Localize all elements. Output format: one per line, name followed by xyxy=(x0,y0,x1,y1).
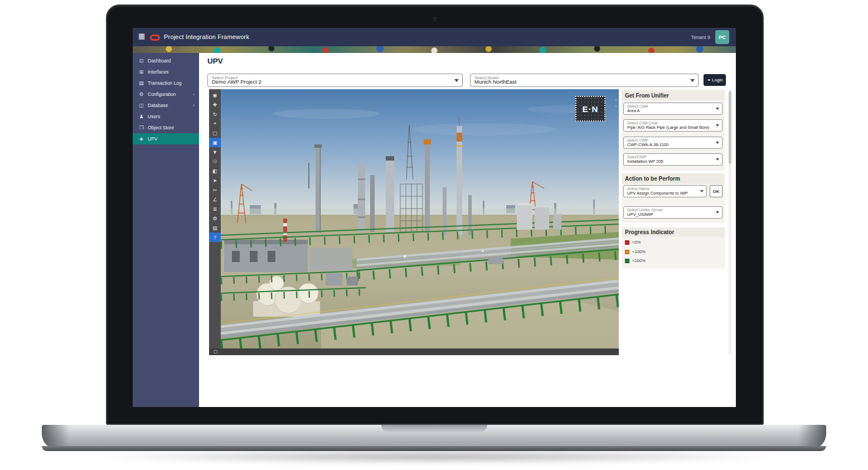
laptop-screen-bezel: ▦ Project Integration Framework Tenant 9… xyxy=(106,4,764,425)
progress-section-title: Progress Indicator xyxy=(622,227,725,237)
select-model-value: Munich NorthEast xyxy=(474,79,517,85)
database-icon: ◫ xyxy=(138,103,144,108)
sidebar-item-label: Interfaces xyxy=(148,69,168,75)
login-button[interactable]: ⇥ Login xyxy=(704,74,726,86)
progress-legend-label: =0% xyxy=(632,240,641,245)
unifier-server-value: UPV_USAWP xyxy=(627,212,653,217)
webcam-dot xyxy=(433,17,437,21)
viewer-canvas[interactable]: E·N ▪ ▪ xyxy=(221,89,619,348)
sidebar-item-label: Dashboard xyxy=(148,58,171,64)
progress-legend-label: =100% xyxy=(632,258,646,263)
sidebar-item-label: UPV xyxy=(148,136,157,142)
transaction-log-icon: ▤ xyxy=(138,80,144,86)
chevron-down-icon xyxy=(716,158,719,161)
chevron-down-icon xyxy=(690,79,695,82)
progress-legend-item: =0% xyxy=(625,240,641,245)
select-model[interactable]: Select Model Munich NorthEast xyxy=(470,74,699,87)
chevron-down-icon xyxy=(716,124,719,127)
scrollbar[interactable] xyxy=(729,89,731,355)
select-cwp-label: Select CWP xyxy=(627,138,648,142)
select-cwp-value: CWP-CWA-A-36-1100 xyxy=(627,142,668,147)
app-header: ▦ Project Integration Framework Tenant 9… xyxy=(133,28,736,46)
help-icon[interactable]: ? xyxy=(209,232,221,242)
login-icon: ⇥ xyxy=(706,78,710,83)
viewer-overlay-icon[interactable]: ▪ xyxy=(615,98,617,101)
pan-icon[interactable]: ✚ xyxy=(209,100,221,109)
en-logo: E·N xyxy=(575,96,605,122)
dashboard-icon: ⊡ xyxy=(138,58,144,64)
sidebar-item-object-store[interactable]: ❒ Object Store xyxy=(133,122,199,133)
sidebar: ⊡ Dashboard ⊞ Interfaces ▤ Transaction L… xyxy=(133,53,199,407)
sidebar-item-dashboard[interactable]: ⊡ Dashboard xyxy=(133,55,199,66)
select-cwa[interactable]: Select CWA Area A xyxy=(623,103,722,115)
object-store-icon: ❒ xyxy=(138,125,144,130)
model-viewer: ◉ ✚ ↻ ⌖ ▢ ▣ ▼ ☉ ◧ ➤ ✂ ∠ ≣ ⚙ ▤ xyxy=(209,89,619,355)
progress-legend-item: =100% xyxy=(625,258,646,263)
viewer-overlay-icons[interactable]: ▪ ▪ xyxy=(615,98,617,108)
visibility-icon[interactable]: ☉ xyxy=(209,157,221,166)
select-craft-code-value: Pipe: A/G Rack Pipe (Large and Small Bor… xyxy=(627,125,710,130)
upv-icon: ◈ xyxy=(138,136,144,142)
laptop-base-notch xyxy=(381,425,487,433)
progress-legend-label: <100% xyxy=(632,249,646,254)
orbit-icon[interactable]: ↻ xyxy=(209,109,221,119)
zoom-icon[interactable]: ⌖ xyxy=(209,119,221,128)
viewer-overlay-icon[interactable]: ▪ xyxy=(615,104,617,108)
action-name-value: UPV Assign Components to IWP xyxy=(627,191,688,196)
viewer-toolbar: ◉ ✚ ↻ ⌖ ▢ ▣ ▼ ☉ ◧ ➤ ✂ ∠ ≣ ⚙ ▤ xyxy=(209,89,221,348)
camera-icon[interactable]: ◉ xyxy=(209,90,221,100)
measure-icon[interactable]: ∠ xyxy=(209,195,221,204)
plant-3d-scene xyxy=(221,89,619,348)
pointer-icon[interactable]: ➤ xyxy=(209,176,221,185)
sidebar-item-label: Database xyxy=(148,103,168,108)
login-button-label: Login xyxy=(712,77,723,83)
select-project[interactable]: Select Project Demo AWP Project 2 xyxy=(207,74,463,87)
select-cwa-label: Select CWA xyxy=(627,104,648,108)
select-project-value: Demo AWP Project 2 xyxy=(212,79,261,85)
chevron-right-icon: › xyxy=(193,91,195,97)
unifier-server-label: Select Unifier Server xyxy=(627,208,663,212)
select-cwa-value: Area A xyxy=(627,108,640,113)
user-avatar[interactable]: PC xyxy=(715,30,729,44)
action-section-title: Action to be Perform xyxy=(622,174,725,183)
scrollbar-thumb[interactable] xyxy=(729,91,731,164)
select-iwp[interactable]: Select IWP Installation WP 205 xyxy=(623,153,722,166)
sidebar-item-transaction-log[interactable]: ▤ Transaction Log xyxy=(133,77,199,89)
viewer-statusbar: ▢ xyxy=(209,348,619,355)
configuration-icon: ⚙ xyxy=(138,91,144,97)
select-cwp[interactable]: Select CWP CWP-CWA-A-36-1100 xyxy=(623,137,722,149)
filter-icon[interactable]: ▼ xyxy=(209,147,221,157)
document-icon[interactable]: ▤ xyxy=(209,223,221,232)
sidebar-item-label: Object Store xyxy=(148,125,174,130)
sidebar-item-users[interactable]: ♟ Users xyxy=(133,111,199,122)
settings-icon[interactable]: ⚙ xyxy=(209,214,221,223)
sidebar-item-interfaces[interactable]: ⊞ Interfaces xyxy=(133,66,199,77)
chevron-down-icon xyxy=(716,108,719,110)
sidebar-item-upv[interactable]: ◈ UPV xyxy=(133,133,199,144)
ok-button[interactable]: OK xyxy=(710,185,722,197)
app-grid-icon[interactable]: ▦ xyxy=(138,32,145,40)
sidebar-item-database[interactable]: ◫ Database › xyxy=(133,100,199,111)
section-cut-icon[interactable]: ✂ xyxy=(209,185,221,195)
select-iwp-value: Installation WP 205 xyxy=(627,159,663,164)
select-box-icon[interactable]: ▣ xyxy=(209,138,221,147)
app-window: ▦ Project Integration Framework Tenant 9… xyxy=(133,28,736,407)
sidebar-item-label: Transaction Log xyxy=(148,80,182,86)
appearance-icon[interactable]: ◧ xyxy=(209,166,221,176)
viewer-statusbar-icon[interactable]: ▢ xyxy=(214,349,218,355)
wallpaper-strip xyxy=(133,46,736,53)
chevron-down-icon xyxy=(716,211,719,214)
progress-orange-swatch xyxy=(625,250,629,254)
fit-view-icon[interactable]: ▢ xyxy=(209,128,221,138)
oracle-logo-icon xyxy=(150,35,160,41)
structure-icon[interactable]: ≣ xyxy=(209,204,221,214)
chevron-down-icon xyxy=(454,79,459,82)
app-title: Project Integration Framework xyxy=(164,33,249,40)
users-icon: ♟ xyxy=(138,114,144,119)
select-craft-code[interactable]: Select Craft Code Pipe: A/G Rack Pipe (L… xyxy=(623,119,722,132)
interfaces-icon: ⊞ xyxy=(138,69,144,75)
select-unifier-server[interactable]: Select Unifier Server UPV_USAWP xyxy=(623,206,722,219)
progress-legend-item: <100% xyxy=(625,249,646,254)
select-action-name[interactable]: Action Name UPV Assign Components to IWP xyxy=(623,185,707,197)
sidebar-item-configuration[interactable]: ⚙ Configuration › xyxy=(133,89,199,100)
